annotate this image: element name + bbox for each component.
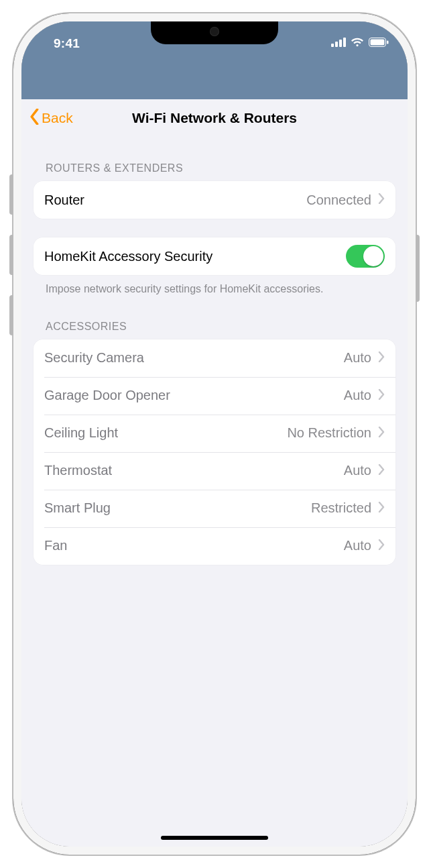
chevron-right-icon bbox=[378, 351, 385, 365]
chevron-right-icon bbox=[378, 539, 385, 553]
svg-rect-0 bbox=[331, 44, 334, 47]
accessory-value: Auto bbox=[344, 538, 371, 553]
accessory-label: Security Camera bbox=[44, 350, 144, 366]
row-accessory-thermostat[interactable]: Thermostat Auto bbox=[34, 452, 395, 490]
settings-sheet: Back Wi-Fi Network & Routers ROUTERS & E… bbox=[21, 99, 408, 847]
nav-bar: Back Wi-Fi Network & Routers bbox=[21, 99, 408, 137]
section-header-routers: ROUTERS & EXTENDERS bbox=[34, 157, 395, 181]
back-label: Back bbox=[42, 110, 73, 126]
section-header-accessories: ACCESSORIES bbox=[34, 315, 395, 339]
svg-rect-3 bbox=[343, 38, 346, 47]
row-accessory-garage-door[interactable]: Garage Door Opener Auto bbox=[34, 377, 395, 415]
row-homekit-security: HomeKit Accessory Security bbox=[34, 237, 395, 275]
content: ROUTERS & EXTENDERS Router Connected Ho bbox=[21, 137, 408, 565]
row-router-value: Connected bbox=[306, 193, 371, 208]
accessory-label: Fan bbox=[44, 538, 67, 553]
accessory-label: Smart Plug bbox=[44, 500, 111, 516]
group-accessories: Security Camera Auto Garage Door Opener … bbox=[34, 339, 395, 565]
toggle-knob bbox=[363, 246, 383, 266]
security-toggle-label: HomeKit Accessory Security bbox=[44, 249, 212, 264]
accessory-value: Restricted bbox=[311, 500, 371, 516]
screen: 9:41 bbox=[21, 21, 408, 847]
svg-rect-2 bbox=[339, 40, 342, 47]
svg-rect-1 bbox=[335, 42, 338, 47]
group-routers: Router Connected bbox=[34, 181, 395, 219]
notch bbox=[151, 21, 278, 44]
svg-rect-6 bbox=[387, 41, 389, 44]
accessory-label: Thermostat bbox=[44, 463, 112, 478]
accessory-label: Garage Door Opener bbox=[44, 388, 170, 403]
accessory-label: Ceiling Light bbox=[44, 425, 118, 441]
accessory-value: Auto bbox=[344, 350, 371, 366]
row-router-label: Router bbox=[44, 193, 84, 208]
group-security-toggle: HomeKit Accessory Security bbox=[34, 237, 395, 275]
accessory-value: Auto bbox=[344, 463, 371, 478]
accessory-value: Auto bbox=[344, 388, 371, 403]
accessory-value: No Restriction bbox=[287, 425, 371, 441]
security-toggle[interactable] bbox=[346, 245, 385, 268]
row-accessory-ceiling-light[interactable]: Ceiling Light No Restriction bbox=[34, 415, 395, 452]
row-router[interactable]: Router Connected bbox=[34, 181, 395, 219]
security-note: Impose network security settings for Hom… bbox=[34, 275, 395, 296]
cellular-icon bbox=[331, 38, 346, 50]
chevron-right-icon bbox=[378, 389, 385, 402]
device-frame: 9:41 bbox=[13, 13, 416, 855]
row-accessory-security-camera[interactable]: Security Camera Auto bbox=[34, 339, 395, 377]
chevron-right-icon bbox=[378, 502, 385, 515]
back-button[interactable]: Back bbox=[27, 105, 76, 132]
page-title: Wi-Fi Network & Routers bbox=[132, 110, 297, 126]
row-accessory-smart-plug[interactable]: Smart Plug Restricted bbox=[34, 490, 395, 527]
chevron-left-icon bbox=[29, 109, 40, 128]
row-accessory-fan[interactable]: Fan Auto bbox=[34, 527, 395, 565]
status-icons bbox=[331, 30, 389, 50]
svg-rect-5 bbox=[371, 40, 385, 46]
battery-icon bbox=[369, 38, 389, 50]
chevron-right-icon bbox=[378, 427, 385, 440]
home-indicator[interactable] bbox=[161, 836, 268, 840]
chevron-right-icon bbox=[378, 464, 385, 478]
wifi-icon bbox=[351, 38, 364, 50]
status-time: 9:41 bbox=[40, 28, 80, 51]
chevron-right-icon bbox=[378, 193, 385, 207]
